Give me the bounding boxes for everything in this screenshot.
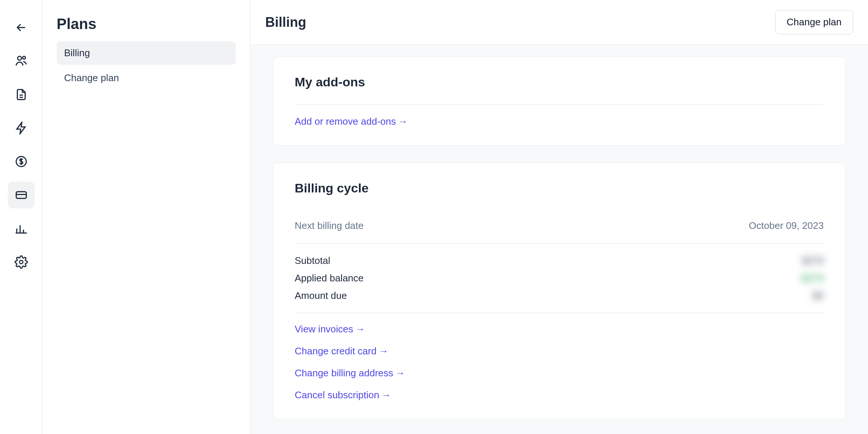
nav-documents[interactable] (8, 81, 35, 108)
document-icon (15, 88, 28, 101)
arrow-right-icon: → (396, 367, 405, 379)
nav-settings[interactable] (8, 249, 35, 275)
link-label: View invoices (295, 323, 353, 335)
arrow-right-icon: → (381, 389, 391, 401)
applied-balance-row: Applied balance -$279 (295, 269, 824, 287)
cancel-subscription-link[interactable]: Cancel subscription → (295, 389, 391, 401)
sidebar-title: Plans (57, 16, 236, 32)
sidebar-item-change-plan[interactable]: Change plan (57, 66, 236, 90)
credit-card-icon (15, 188, 28, 202)
topbar: Billing Change plan (250, 0, 868, 45)
sidebar-item-label: Billing (64, 47, 90, 58)
subtotal-row: Subtotal $279 (295, 252, 824, 269)
back-button[interactable] (8, 14, 35, 41)
link-label: Change billing address (295, 367, 393, 379)
subtotal-value: $279 (802, 255, 824, 267)
gear-icon (15, 255, 28, 269)
lightning-icon (15, 121, 28, 135)
subtotal-label: Subtotal (295, 255, 330, 267)
next-billing-row: Next billing date October 09, 2023 (295, 210, 824, 243)
svg-point-0 (18, 56, 22, 60)
page-title: Billing (265, 15, 306, 30)
applied-balance-label: Applied balance (295, 272, 364, 284)
users-icon (15, 54, 28, 68)
arrow-right-icon: → (398, 116, 408, 127)
link-label: Change credit card (295, 345, 377, 357)
nav-analytics[interactable] (8, 215, 35, 242)
main: Billing Change plan My add-ons Add or re… (250, 0, 868, 434)
sidebar: Plans Billing Change plan (42, 0, 250, 434)
add-remove-addons-link[interactable]: Add or remove add-ons → (295, 116, 408, 127)
sidebar-item-label: Change plan (64, 72, 119, 83)
addons-title: My add-ons (295, 75, 824, 89)
content-area: My add-ons Add or remove add-ons → Billi… (250, 45, 868, 434)
next-billing-label: Next billing date (295, 220, 364, 232)
applied-balance-value: -$279 (799, 272, 824, 284)
change-credit-card-link[interactable]: Change credit card → (295, 345, 389, 357)
billing-cycle-title: Billing cycle (295, 181, 824, 195)
arrow-right-icon: → (355, 323, 365, 335)
icon-rail (0, 0, 42, 434)
bar-chart-icon (15, 222, 28, 235)
link-label: Cancel subscription (295, 389, 379, 401)
amount-due-label: Amount due (295, 290, 347, 301)
arrow-left-icon (15, 21, 28, 34)
amount-due-value: $0 (813, 290, 824, 301)
change-plan-button[interactable]: Change plan (775, 10, 853, 34)
view-invoices-link[interactable]: View invoices → (295, 323, 365, 335)
sidebar-item-billing[interactable]: Billing (57, 41, 236, 65)
billing-actions: View invoices → Change credit card → Cha… (295, 313, 824, 401)
arrow-right-icon: → (379, 345, 389, 357)
next-billing-value: October 09, 2023 (749, 220, 824, 232)
nav-billing[interactable] (8, 182, 35, 208)
divider (295, 104, 824, 105)
svg-point-4 (19, 261, 23, 264)
nav-pricing[interactable] (8, 148, 35, 175)
dollar-circle-icon (15, 155, 28, 168)
nav-users[interactable] (8, 48, 35, 74)
amount-due-row: Amount due $0 (295, 287, 824, 304)
svg-point-1 (22, 56, 25, 59)
change-billing-address-link[interactable]: Change billing address → (295, 367, 405, 379)
billing-cycle-card: Billing cycle Next billing date October … (273, 163, 846, 419)
nav-activity[interactable] (8, 115, 35, 141)
link-label: Add or remove add-ons (295, 116, 396, 127)
addons-card: My add-ons Add or remove add-ons → (273, 57, 846, 146)
